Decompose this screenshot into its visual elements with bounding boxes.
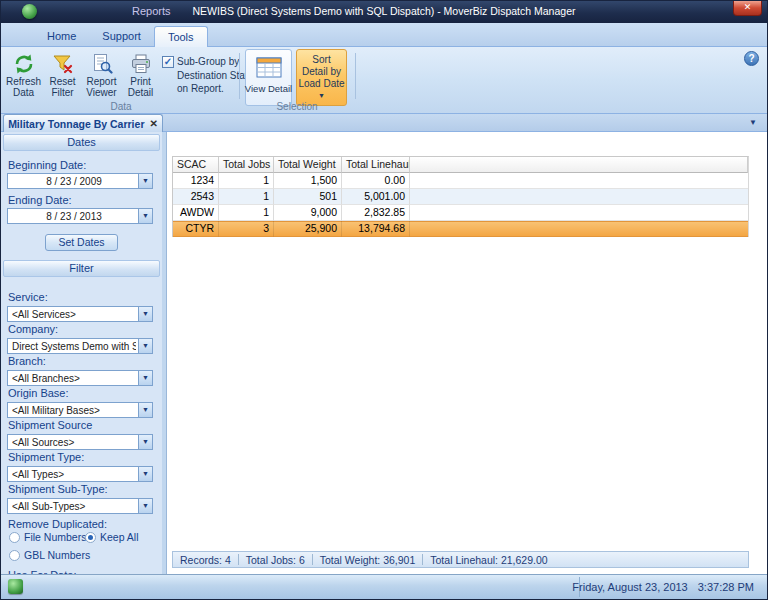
- button-label: Report: [86, 76, 116, 87]
- dropdown-arrow-icon[interactable]: ▼: [138, 435, 152, 449]
- grid-header-row: SCAC Total Jobs Total Weight Total Lineh…: [173, 157, 748, 173]
- button-label: View Detail: [245, 83, 292, 94]
- refresh-data-button[interactable]: Refresh Data: [5, 49, 42, 105]
- cell-total-linehaul: 13,794.68: [342, 221, 410, 237]
- report-magnifier-icon: [91, 52, 113, 76]
- column-header-total-jobs[interactable]: Total Jobs: [219, 157, 274, 173]
- column-header-scac[interactable]: SCAC: [173, 157, 219, 173]
- cell-scac: 1234: [173, 173, 219, 189]
- group-separator: [355, 53, 356, 99]
- column-header-filler: [410, 157, 748, 173]
- cell-filler: [410, 205, 748, 221]
- sort-detail-by-load-date-button[interactable]: Sort Detail by Load Date ▼: [296, 49, 347, 106]
- origin-base-dropdown[interactable]: <All Military Bases> ▼: [7, 402, 153, 418]
- shipment-sub-type-label: Shipment Sub-Type:: [8, 483, 108, 495]
- branch-dropdown[interactable]: <All Branches> ▼: [7, 370, 153, 386]
- grid-row[interactable]: AWDW 1 9,000 2,832.85: [173, 205, 748, 221]
- report-content: SCAC Total Jobs Total Weight Total Lineh…: [168, 132, 767, 576]
- set-dates-button[interactable]: Set Dates: [45, 234, 118, 251]
- status-datetime-panel: Friday, August 23, 2013 3:37:28 PM: [579, 577, 764, 597]
- cell-total-weight: 25,900: [274, 221, 342, 237]
- group-separator: [239, 53, 240, 99]
- group-label-data: Data: [3, 101, 239, 112]
- view-detail-button[interactable]: View Detail: [245, 49, 292, 106]
- dropdown-arrow-icon[interactable]: ▼: [138, 499, 152, 513]
- print-detail-button[interactable]: Print Detail: [122, 49, 159, 105]
- grid-row[interactable]: 1234 1 1,500 0.00: [173, 173, 748, 189]
- tab-tools[interactable]: Tools: [154, 26, 208, 47]
- refresh-icon: [13, 52, 35, 76]
- status-app-icon: [8, 579, 23, 594]
- app-window: Reports NEWIBS (Direct Systems Demo with…: [0, 0, 768, 600]
- button-label: Load Date: [298, 78, 344, 90]
- column-header-total-weight[interactable]: Total Weight: [274, 157, 342, 173]
- check-icon: ✓: [164, 57, 172, 67]
- ribbon-group-selection: View Detail Sort Detail by Load Date ▼ S…: [241, 47, 353, 113]
- help-icon: ?: [748, 53, 754, 64]
- shipment-type-dropdown[interactable]: <All Types> ▼: [7, 466, 153, 482]
- button-label: Sort: [312, 54, 330, 66]
- sidebar-splitter[interactable]: [162, 132, 167, 576]
- close-button[interactable]: ✕: [733, 1, 762, 16]
- dropdown-arrow-icon[interactable]: ▼: [138, 403, 152, 417]
- document-tab-military-tonnage[interactable]: Military Tonnage By Carrier ✕: [3, 114, 163, 132]
- ribbon-group-data: Refresh Data Reset Filter: [3, 47, 239, 113]
- app-icon: [22, 4, 37, 19]
- service-dropdown[interactable]: <All Services> ▼: [7, 306, 153, 322]
- radio-icon: [9, 532, 20, 543]
- shipment-source-dropdown[interactable]: <All Sources> ▼: [7, 434, 153, 450]
- radio-gbl-numbers[interactable]: GBL Numbers: [9, 549, 90, 561]
- origin-base-label: Origin Base:: [8, 387, 69, 399]
- dropdown-arrow-icon[interactable]: ▼: [138, 209, 152, 223]
- filter-section-header[interactable]: Filter: [3, 260, 160, 277]
- document-tab-title: Military Tonnage By Carrier: [8, 118, 144, 130]
- dropdown-arrow-icon[interactable]: ▼: [138, 339, 152, 353]
- summary-total-jobs: Total Jobs: 6: [239, 554, 312, 566]
- cell-total-jobs: 3: [219, 221, 274, 237]
- ending-date-picker[interactable]: 8 / 23 / 2013 ▼: [7, 208, 153, 224]
- radio-keep-all[interactable]: Keep All: [85, 531, 139, 543]
- help-button[interactable]: ?: [744, 51, 759, 66]
- ribbon: Refresh Data Reset Filter: [1, 47, 767, 114]
- status-bar: Friday, August 23, 2013 3:37:28 PM: [1, 574, 767, 599]
- status-date: Friday, August 23, 2013: [572, 581, 687, 593]
- tab-list-dropdown-icon[interactable]: ▼: [749, 118, 757, 127]
- shipment-type-label: Shipment Type:: [8, 451, 84, 463]
- tab-home[interactable]: Home: [34, 26, 89, 47]
- service-label: Service:: [8, 291, 48, 303]
- cell-total-jobs: 1: [219, 173, 274, 189]
- printer-icon: [130, 52, 152, 76]
- document-tab-strip: Military Tonnage By Carrier ✕ ▼: [1, 114, 767, 132]
- dropdown-arrow-icon[interactable]: ▼: [138, 371, 152, 385]
- grid-row[interactable]: 2543 1 501 5,001.00: [173, 189, 748, 205]
- shipment-type-value: <All Types>: [12, 468, 136, 481]
- title-bar: Reports NEWIBS (Direct Systems Demo with…: [1, 1, 767, 23]
- beginning-date-picker[interactable]: 8 / 23 / 2009 ▼: [7, 173, 153, 189]
- main-body: Dates Beginning Date: 8 / 23 / 2009 ▼ En…: [1, 132, 767, 576]
- dropdown-arrow-icon[interactable]: ▼: [138, 307, 152, 321]
- report-viewer-button[interactable]: Report Viewer: [83, 49, 120, 105]
- subgroup-checkbox[interactable]: ✓: [162, 56, 174, 68]
- reset-filter-button[interactable]: Reset Filter: [44, 49, 81, 105]
- dropdown-arrow-icon[interactable]: ▼: [138, 467, 152, 481]
- radio-file-numbers[interactable]: File Numbers: [9, 531, 86, 543]
- dropdown-arrow-icon[interactable]: ▼: [138, 174, 152, 188]
- grid-row-selected[interactable]: CTYR 3 25,900 13,794.68: [173, 221, 748, 237]
- branch-value: <All Branches>: [12, 372, 136, 385]
- shipment-sub-type-dropdown[interactable]: <All Sub-Types> ▼: [7, 498, 153, 514]
- dates-section-header[interactable]: Dates: [3, 134, 160, 151]
- window-title: NEWIBS (Direct Systems Demo with SQL Dis…: [171, 5, 597, 17]
- cell-total-jobs: 1: [219, 205, 274, 221]
- button-label: Detail: [128, 87, 154, 98]
- results-grid: SCAC Total Jobs Total Weight Total Lineh…: [172, 156, 749, 237]
- remove-duplicated-label: Remove Duplicated:: [8, 518, 107, 530]
- tab-support[interactable]: Support: [89, 26, 154, 47]
- cell-total-weight: 9,000: [274, 205, 342, 221]
- radio-label: GBL Numbers: [24, 549, 90, 561]
- column-header-total-linehaul[interactable]: Total Linehaul: [342, 157, 410, 173]
- company-dropdown[interactable]: Direct Systems Demo with SQ ▼: [7, 338, 153, 354]
- tab-close-icon[interactable]: ✕: [149, 118, 157, 129]
- status-time: 3:37:28 PM: [698, 581, 754, 593]
- cell-scac: 2543: [173, 189, 219, 205]
- cell-total-linehaul: 5,001.00: [342, 189, 410, 205]
